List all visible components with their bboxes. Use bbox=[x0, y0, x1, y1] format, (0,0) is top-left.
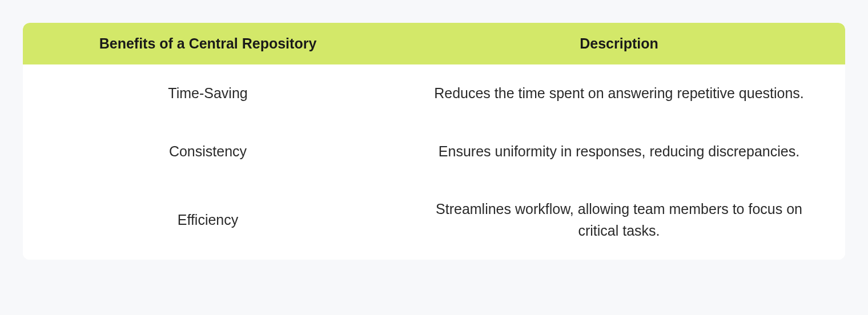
table-row: Time-Saving Reduces the time spent on an… bbox=[23, 64, 845, 123]
table-row: Consistency Ensures uniformity in respon… bbox=[23, 123, 845, 181]
benefit-cell: Efficiency bbox=[23, 193, 393, 247]
table-header: Benefits of a Central Repository Descrip… bbox=[23, 23, 845, 64]
benefits-table: Benefits of a Central Repository Descrip… bbox=[23, 23, 845, 260]
header-benefits: Benefits of a Central Repository bbox=[23, 23, 393, 64]
description-cell: Ensures uniformity in responses, reducin… bbox=[393, 135, 845, 168]
table-row: Efficiency Streamlines workflow, allowin… bbox=[23, 180, 845, 260]
description-cell: Streamlines workflow, allowing team memb… bbox=[393, 193, 845, 247]
header-description: Description bbox=[393, 23, 845, 64]
description-cell: Reduces the time spent on answering repe… bbox=[393, 77, 845, 110]
benefit-cell: Time-Saving bbox=[23, 77, 393, 110]
benefit-cell: Consistency bbox=[23, 135, 393, 168]
table-body: Time-Saving Reduces the time spent on an… bbox=[23, 64, 845, 260]
